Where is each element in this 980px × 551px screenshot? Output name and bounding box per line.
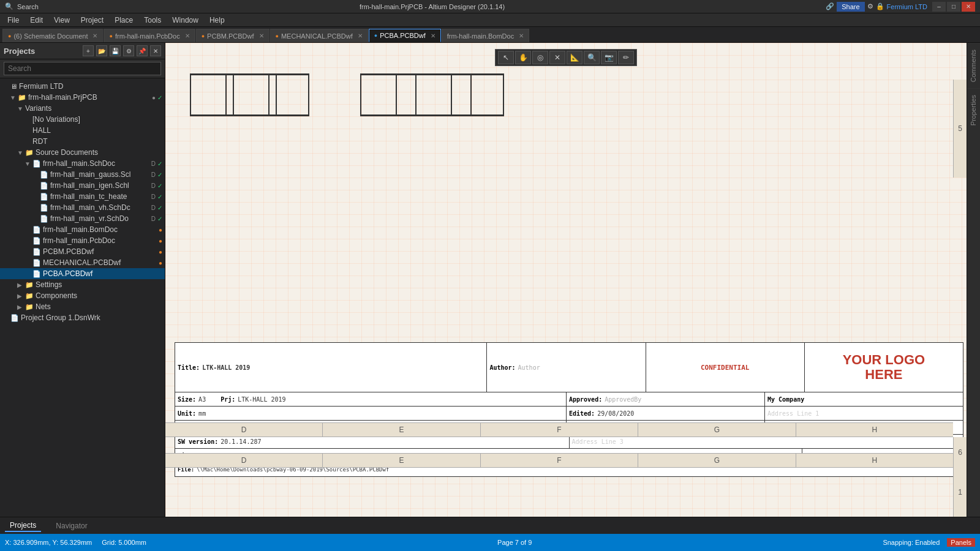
canvas-area[interactable]: ↖ ✋ ◎ ✕ 📐 🔍 📷 ✏ (165, 43, 967, 517)
menu-place[interactable]: Place (110, 15, 138, 26)
toolbar-btn-circle[interactable]: ◎ (532, 51, 548, 64)
tree-icon: 📄 (40, 204, 48, 212)
toolbar-btn-pencil[interactable]: ✏ (618, 51, 634, 64)
bottom-tab-projects[interactable]: Projects (5, 520, 41, 532)
tree-label: Source Documents (36, 148, 162, 157)
tree-item[interactable]: 📄MECHANICAL.PCBDwf● (0, 257, 165, 268)
tree-item[interactable]: 📄PCBM.PCBDwf● (0, 246, 165, 257)
toolbar-btn-pan[interactable]: ✋ (515, 51, 531, 64)
tree-item[interactable]: ▼📄frm-hall_main.SchDocD✓ (0, 158, 165, 169)
maximize-button[interactable]: □ (947, 2, 960, 12)
toolbar-btn-camera[interactable]: 📷 (601, 51, 617, 64)
tab-pcbdoc[interactable]: ● frm-hall-main.PcbDoc ✕ (104, 29, 195, 42)
tree-icon: 📄 (32, 270, 41, 278)
toolbar-btn-cross[interactable]: ✕ (549, 51, 565, 64)
tab-pcba-label: PCBA.PCBDwf (380, 32, 426, 39)
tab-schematic[interactable]: ● (6) Schematic Document ✕ (2, 29, 103, 42)
tab-schematic-close[interactable]: ✕ (92, 32, 97, 39)
tree-item[interactable]: 📄Project Group 1.DsnWrk (0, 312, 165, 323)
tab-pcbm[interactable]: ● PCBM.PCBDwf ✕ (196, 29, 270, 42)
tree-item[interactable]: ▼📁frm-hall-main.PrjPCB●✓ (0, 92, 165, 103)
bottom-tabs: Projects Navigator (0, 517, 980, 534)
tree-item[interactable]: 📄frm-hall_main_tc_heateD✓ (0, 191, 165, 202)
tree-item[interactable]: ▶📁Settings (0, 279, 165, 290)
bottom-tab-navigator[interactable]: Navigator (51, 520, 92, 531)
share-area[interactable]: 🔗 Share ⚙ 🔒 Fermium LTD (826, 2, 927, 12)
prj-value: LTK-HALL 2019 (238, 396, 285, 403)
sidebar-tab-properties[interactable]: Properties (967, 88, 980, 132)
col-d-bottom: D (165, 454, 323, 467)
tree-item[interactable]: RDT (0, 136, 165, 147)
menu-help[interactable]: Help (205, 15, 230, 26)
tree-item[interactable]: ▼📁Source Documents (0, 147, 165, 158)
panels-indicator[interactable]: Panels (947, 538, 975, 547)
approved-value: ApprovedBy (605, 396, 641, 403)
edited-value: 29/08/2020 (597, 410, 634, 417)
minimize-button[interactable]: – (932, 2, 946, 12)
tab-pcbm-close[interactable]: ✕ (259, 32, 264, 39)
tree-item[interactable]: 📄frm-hall_main_gauss.SclD✓ (0, 169, 165, 180)
title-bar-search[interactable]: 🔍 Search (5, 2, 39, 10)
panel-pin-btn[interactable]: 📌 (137, 45, 148, 56)
tree-arrow: ▶ (17, 293, 23, 299)
tree-label: Variants (25, 104, 162, 113)
tree-item[interactable]: ▶📁Nets (0, 301, 165, 312)
tree-item[interactable]: 📄PCBA.PCBDwf (0, 268, 165, 279)
project-tree: 🖥Fermium LTD▼📁frm-hall-main.PrjPCB●✓▼Var… (0, 78, 165, 517)
tab-pcba[interactable]: ● PCBA.PCBDwf ✕ (369, 29, 441, 42)
tree-item[interactable]: ▼Variants (0, 103, 165, 114)
close-button[interactable]: ✕ (962, 2, 975, 12)
tree-item[interactable]: 🖥Fermium LTD (0, 81, 165, 92)
toolbar-btn-zoom[interactable]: 🔍 (584, 51, 600, 64)
tree-item[interactable]: 📄frm-hall_main.PcbDoc● (0, 235, 165, 246)
size-value: A3 (198, 396, 206, 403)
share-button[interactable]: Share (837, 2, 864, 12)
tab-pcbdoc-label: frm-hall-main.PcbDoc (115, 32, 180, 40)
tree-orange: ● (159, 249, 162, 255)
tree-icon: 📁 (18, 94, 26, 102)
status-snapping: Snapping: Enabled (883, 539, 940, 546)
tree-label: Settings (36, 280, 162, 289)
tab-bomdoc[interactable]: frm-hall-main.BomDoc ✕ (442, 29, 529, 42)
panel-settings-btn[interactable]: ⚙ (123, 45, 134, 56)
pcb-components-row (184, 64, 507, 119)
toolbar-btn-pointer[interactable]: ↖ (498, 51, 514, 64)
tree-item[interactable]: 📄frm-hall_main.BomDoc● (0, 224, 165, 235)
share-icon: 🔗 (826, 2, 834, 10)
tab-pcbdoc-close[interactable]: ✕ (185, 32, 190, 39)
menu-project[interactable]: Project (76, 15, 108, 26)
logo-line1: YOUR LOGO (843, 353, 925, 367)
menu-file[interactable]: File (2, 15, 24, 26)
tree-item[interactable]: 📄frm-hall_main_vr.SchDoD✓ (0, 213, 165, 224)
tree-label: [No Variations] (32, 115, 162, 124)
sidebar-tab-comments[interactable]: Comments (967, 43, 980, 88)
tree-item[interactable]: 📄frm-hall_main_vh.SchDcD✓ (0, 202, 165, 213)
menu-window[interactable]: Window (167, 15, 203, 26)
tree-arrow: ▶ (17, 282, 23, 288)
tree-icon: 📁 (25, 281, 34, 289)
menu-tools[interactable]: Tools (139, 15, 166, 26)
tree-item[interactable]: [No Variations] (0, 114, 165, 125)
menu-edit[interactable]: Edit (25, 15, 48, 26)
tree-badge: D (151, 193, 156, 200)
panel-save-btn[interactable]: 💾 (110, 45, 121, 56)
tree-label: Nets (36, 302, 162, 311)
menu-view[interactable]: View (49, 15, 75, 26)
panel-close-btn[interactable]: ✕ (150, 45, 161, 56)
tab-mechanical-close[interactable]: ✕ (358, 32, 363, 39)
tree-item[interactable]: ▶📁Components (0, 290, 165, 301)
tree-label: HALL (32, 126, 162, 135)
search-input[interactable] (4, 62, 161, 75)
panel-open-btn[interactable]: 📂 (96, 45, 107, 56)
tree-label: PCBM.PCBDwf (43, 247, 157, 256)
tree-item[interactable]: 📄frm-hall_main_igen.SchlD✓ (0, 180, 165, 191)
panel-new-btn[interactable]: + (83, 45, 94, 56)
tab-bomdoc-close[interactable]: ✕ (519, 32, 524, 39)
col-d-top: D (165, 423, 323, 437)
tab-pcba-close[interactable]: ✕ (431, 32, 435, 39)
author-label: Author: (489, 364, 515, 371)
tree-item[interactable]: HALL (0, 125, 165, 136)
col-e-top: E (323, 423, 480, 437)
toolbar-btn-measure[interactable]: 📐 (567, 51, 582, 64)
tab-mechanical[interactable]: ● MECHANICAL.PCBDwf ✕ (270, 29, 368, 42)
